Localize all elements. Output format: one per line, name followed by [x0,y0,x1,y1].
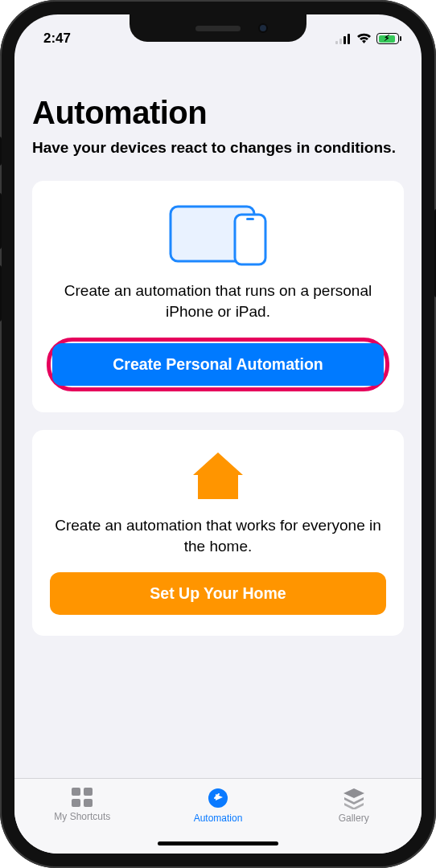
tab-gallery[interactable]: Gallery [306,787,402,824]
set-up-home-button[interactable]: Set Up Your Home [50,572,386,615]
charging-bolt-icon: ⚡︎ [384,33,390,43]
home-automation-card: Create an automation that works for ever… [32,430,404,636]
tab-bar: My Shortcuts Automation Gallery [14,778,422,854]
home-card-text: Create an automation that works for ever… [50,515,386,558]
create-personal-automation-button[interactable]: Create Personal Automation [52,343,384,386]
phone-frame: 2:47 ⚡︎ Automatio [0,0,436,868]
volume-down-button [0,265,2,321]
devices-icon [166,202,270,266]
tab-label: My Shortcuts [54,811,110,822]
mute-switch [0,137,2,166]
personal-card-text: Create an automation that runs on a pers… [50,280,386,323]
svg-rect-7 [72,788,80,796]
home-icon [190,451,246,501]
svg-rect-9 [72,799,80,807]
svg-rect-0 [335,41,338,44]
personal-automation-card: Create an automation that runs on a pers… [32,181,404,412]
page-subtitle: Have your devices react to changes in co… [32,137,404,158]
tab-automation[interactable]: Automation [170,787,266,824]
svg-rect-5 [235,215,265,264]
status-icons: ⚡︎ [335,33,399,44]
volume-up-button [0,193,2,249]
front-camera [258,23,268,33]
screen: 2:47 ⚡︎ Automatio [14,14,422,854]
main-content: Automation Have your devices react to ch… [14,56,422,778]
grid-icon [70,787,94,808]
home-indicator[interactable] [158,841,278,845]
svg-rect-8 [84,788,93,796]
battery-icon: ⚡︎ [376,33,399,44]
gallery-stack-icon [342,787,366,809]
status-time: 2:47 [43,31,71,47]
wifi-icon [356,33,372,44]
svg-rect-6 [246,218,254,220]
svg-rect-10 [84,799,93,807]
page-title: Automation [32,95,404,131]
speaker-grille [195,26,241,31]
tab-label: Gallery [339,813,369,824]
highlight-annotation: Create Personal Automation [47,338,389,391]
svg-rect-3 [348,34,350,44]
cellular-icon [335,34,352,44]
automation-clock-icon [206,787,230,809]
tab-label: Automation [194,813,243,824]
svg-rect-1 [339,39,342,44]
notch [130,14,306,42]
svg-rect-2 [343,36,346,44]
tab-my-shortcuts[interactable]: My Shortcuts [34,787,130,822]
